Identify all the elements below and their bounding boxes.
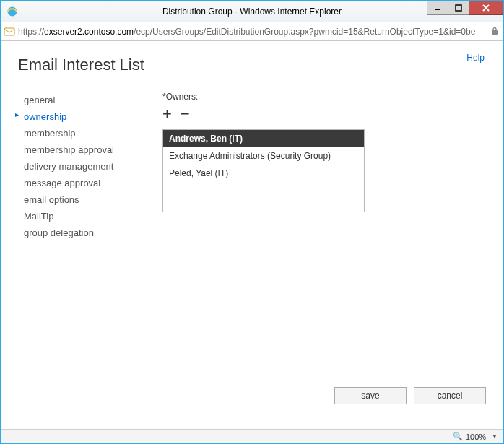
ie-icon bbox=[6, 6, 18, 17]
cancel-button[interactable]: cancel bbox=[414, 387, 486, 404]
help-link[interactable]: Help bbox=[466, 53, 485, 63]
page-heading: Email Interest List bbox=[18, 56, 486, 74]
content-pane: Help Email Interest List general ownersh… bbox=[1, 41, 503, 429]
zoom-dropdown-caret[interactable]: ▼ bbox=[492, 433, 498, 440]
nav-membership-approval[interactable]: membership approval bbox=[18, 142, 148, 158]
dialog-footer: save cancel bbox=[334, 387, 486, 404]
owners-row[interactable]: Andrews, Ben (IT) bbox=[163, 130, 364, 147]
maximize-button[interactable] bbox=[448, 1, 469, 15]
nav-mailtip[interactable]: MailTip bbox=[18, 208, 148, 225]
side-nav: general ownership membership membership … bbox=[18, 92, 148, 241]
status-bar: 🔍 100% ▼ bbox=[1, 429, 503, 443]
page-favicon bbox=[4, 26, 15, 38]
nav-email-options[interactable]: email options bbox=[18, 191, 148, 208]
nav-ownership[interactable]: ownership bbox=[18, 108, 148, 125]
owners-toolbar: + − bbox=[162, 106, 486, 122]
url-host: exserver2.contoso.com bbox=[44, 27, 134, 37]
url-scheme: https:// bbox=[18, 27, 44, 37]
address-bar: https://exserver2.contoso.com/ecp/UsersG… bbox=[1, 22, 503, 41]
zoom-level[interactable]: 100% bbox=[466, 432, 486, 441]
nav-group-delegation[interactable]: group delegation bbox=[18, 225, 148, 241]
owners-label: *Owners: bbox=[162, 92, 486, 102]
close-button[interactable] bbox=[469, 1, 503, 15]
remove-owner-button[interactable]: − bbox=[181, 106, 190, 122]
owners-listbox[interactable]: Andrews, Ben (IT) Exchange Administrator… bbox=[162, 129, 365, 212]
save-button[interactable]: save bbox=[334, 387, 407, 404]
nav-membership[interactable]: membership bbox=[18, 125, 148, 142]
address-url[interactable]: https://exserver2.contoso.com/ecp/UsersG… bbox=[18, 27, 487, 37]
window-titlebar: Distribution Group - Windows Internet Ex… bbox=[1, 1, 503, 22]
nav-delivery-management[interactable]: delivery management bbox=[18, 158, 148, 175]
minimize-button[interactable] bbox=[427, 1, 448, 15]
url-path: /ecp/UsersGroups/EditDistributionGroup.a… bbox=[134, 27, 475, 37]
window-controls bbox=[427, 1, 503, 17]
nav-general[interactable]: general bbox=[18, 92, 148, 108]
nav-message-approval[interactable]: message approval bbox=[18, 175, 148, 191]
lock-icon bbox=[490, 27, 500, 37]
svg-rect-6 bbox=[492, 30, 498, 35]
add-owner-button[interactable]: + bbox=[162, 106, 172, 122]
svg-rect-5 bbox=[4, 28, 14, 35]
zoom-icon[interactable]: 🔍 bbox=[453, 432, 463, 441]
main-panel: *Owners: + − Andrews, Ben (IT) Exchange … bbox=[162, 92, 486, 241]
svg-rect-2 bbox=[456, 5, 461, 11]
owners-row[interactable]: Exchange Administrators (Security Group) bbox=[163, 147, 364, 165]
owners-row[interactable]: Peled, Yael (IT) bbox=[163, 165, 364, 182]
